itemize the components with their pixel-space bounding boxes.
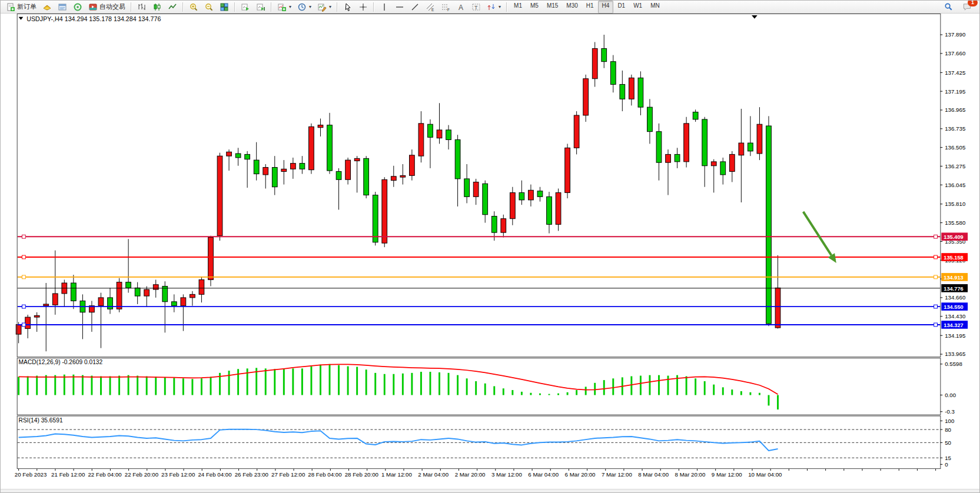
fibonacci-button[interactable]: F bbox=[438, 1, 453, 14]
market-watch-button[interactable] bbox=[55, 1, 70, 14]
timeframe-button-m1[interactable]: M1 bbox=[510, 1, 526, 14]
text-label-button[interactable]: T bbox=[469, 1, 484, 14]
candle-body bbox=[300, 164, 305, 169]
autotrading-icon bbox=[88, 2, 98, 12]
candle-body bbox=[574, 115, 579, 148]
macd-histogram-bar bbox=[164, 377, 166, 395]
macd-histogram-bar bbox=[612, 378, 614, 395]
crosshair-button[interactable] bbox=[356, 1, 371, 14]
candle-body bbox=[437, 130, 442, 138]
timeframe-button-m30[interactable]: M30 bbox=[562, 1, 582, 14]
equidistant-channel-button[interactable]: E bbox=[423, 1, 438, 14]
autotrading-button[interactable]: 自动交易 bbox=[85, 1, 128, 14]
hline-handle-left[interactable] bbox=[22, 255, 25, 259]
macd-histogram-bar bbox=[539, 394, 541, 395]
timeframe-button-h4[interactable]: H4 bbox=[598, 1, 614, 14]
autotrading-label: 自动交易 bbox=[99, 2, 125, 11]
candle-body bbox=[483, 184, 488, 215]
macd-histogram-bar bbox=[557, 394, 559, 395]
chart-canvas[interactable]: 137.890137.660137.425137.195136.965136.7… bbox=[1, 14, 980, 493]
candle-body bbox=[34, 315, 39, 317]
time-axis-label: 9 Mar 12:00 bbox=[712, 471, 742, 478]
timeframe-button-mn[interactable]: MN bbox=[646, 1, 664, 14]
vertical-line-button[interactable] bbox=[377, 1, 392, 14]
shift-button[interactable] bbox=[253, 1, 268, 14]
signals-icon bbox=[73, 2, 82, 12]
bars-chart-button[interactable] bbox=[134, 1, 150, 14]
hline-handle-left[interactable] bbox=[22, 305, 25, 308]
arrows-button[interactable]: ▾ bbox=[484, 1, 504, 14]
time-axis-label: 7 Mar 12:00 bbox=[602, 471, 632, 478]
macd-histogram-bar bbox=[731, 389, 733, 395]
macd-histogram-bar bbox=[713, 385, 715, 395]
macd-histogram-bar bbox=[329, 364, 331, 395]
notifications-button[interactable]: 1 bbox=[959, 1, 975, 14]
signals-button[interactable] bbox=[70, 1, 85, 14]
candle-body bbox=[171, 302, 177, 306]
zoom-in-button[interactable] bbox=[186, 1, 201, 14]
price-axis-label: 136.965 bbox=[945, 106, 965, 113]
chart-title: USDJPY-,H4 134.294 135.178 134.284 134.7… bbox=[26, 15, 161, 22]
line-chart-button[interactable] bbox=[165, 1, 180, 14]
text-button[interactable]: A bbox=[453, 1, 469, 14]
timeframe-button-m15[interactable]: M15 bbox=[543, 1, 562, 14]
fibonacci-icon: F bbox=[441, 2, 450, 12]
horizontal-line-button[interactable] bbox=[392, 1, 407, 14]
search-button[interactable] bbox=[941, 1, 956, 14]
toolbar-separator bbox=[373, 2, 374, 12]
macd-histogram-bar bbox=[768, 395, 770, 406]
hline-handle-left[interactable] bbox=[22, 323, 25, 327]
macd-histogram-bar bbox=[374, 373, 376, 395]
macd-histogram-bar bbox=[777, 395, 779, 410]
timeframe-button-w1[interactable]: W1 bbox=[629, 1, 646, 14]
macd-histogram-bar bbox=[27, 377, 29, 395]
macd-histogram-bar bbox=[640, 376, 642, 395]
macd-histogram-bar bbox=[384, 374, 386, 395]
candles-chart-button[interactable] bbox=[150, 1, 165, 14]
time-axis-label: 26 Feb 23:00 bbox=[235, 471, 269, 478]
new-order-icon bbox=[6, 2, 15, 12]
macd-histogram-bar bbox=[201, 378, 202, 395]
candle-body bbox=[410, 155, 415, 176]
toolbar-separator bbox=[337, 2, 338, 12]
candle-body bbox=[547, 196, 552, 224]
hline-handle-left[interactable] bbox=[22, 235, 25, 238]
candle-body bbox=[473, 182, 479, 196]
trendline-button[interactable] bbox=[407, 1, 423, 14]
periods-button[interactable]: ▾ bbox=[294, 1, 314, 14]
new-order-button[interactable]: 新订单 bbox=[3, 1, 39, 14]
candle-body bbox=[153, 285, 158, 289]
macd-histogram-bar bbox=[228, 371, 230, 395]
timeframe-button-m5[interactable]: M5 bbox=[526, 1, 543, 14]
price-axis-label: 135.580 bbox=[945, 219, 966, 226]
candle-body bbox=[693, 112, 698, 119]
cursor-button[interactable] bbox=[340, 1, 356, 14]
text-icon: A bbox=[456, 2, 466, 12]
mt4-window: 新订单自动交易▾▾▾EFAT▾ M1M5M15M30H1H4D1W1MN 1 1… bbox=[0, 0, 980, 493]
timeframe-button-h1[interactable]: H1 bbox=[582, 1, 598, 14]
profiles-icon bbox=[42, 2, 52, 12]
candle-body bbox=[281, 169, 287, 171]
macd-axis-label: -0.3 bbox=[945, 408, 955, 415]
candle-body bbox=[501, 219, 506, 233]
autoscroll-button[interactable] bbox=[238, 1, 253, 14]
hline-handle-right[interactable] bbox=[934, 235, 938, 238]
candle-body bbox=[537, 191, 543, 197]
macd-axis-label: 0.00 bbox=[945, 392, 956, 398]
chevron-down-icon: ▾ bbox=[329, 4, 331, 9]
zoom-out-button[interactable] bbox=[201, 1, 217, 14]
shift-icon bbox=[256, 2, 265, 12]
tile-windows-button[interactable] bbox=[217, 1, 232, 14]
timeframe-button-d1[interactable]: D1 bbox=[613, 1, 629, 14]
hline-handle-right[interactable] bbox=[934, 323, 938, 327]
hline-handle-right[interactable] bbox=[934, 305, 938, 308]
hline-handle-right[interactable] bbox=[934, 255, 938, 259]
indicators-button[interactable]: ▾ bbox=[274, 1, 294, 14]
candle-body bbox=[309, 126, 314, 169]
hline-handle-left[interactable] bbox=[22, 275, 25, 279]
macd-histogram-bar bbox=[567, 392, 569, 395]
profiles-button[interactable] bbox=[39, 1, 55, 14]
templates-button[interactable]: ▾ bbox=[314, 1, 334, 14]
hline-handle-right[interactable] bbox=[934, 275, 938, 279]
macd-axis-label: 0.5598 bbox=[945, 361, 962, 367]
